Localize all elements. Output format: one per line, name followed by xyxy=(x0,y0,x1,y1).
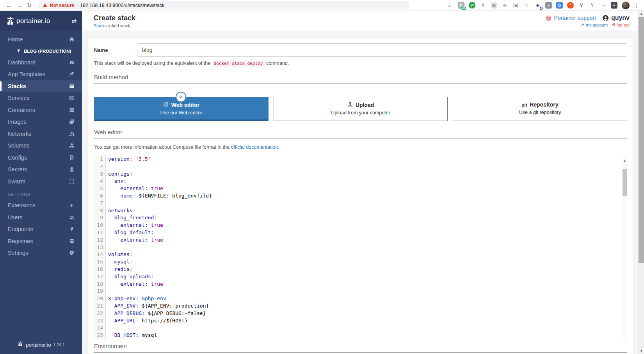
page-scrollbar-up-arrow[interactable]: ▲ xyxy=(639,12,644,16)
header-user-area: Portainer support quynv my account log o… xyxy=(546,14,630,27)
sidebar-item-swarm[interactable]: Swarm xyxy=(0,176,82,188)
ext-camera-icon[interactable]: ● xyxy=(545,2,552,9)
sidebar-item-stacks[interactable]: Stacks xyxy=(0,80,82,93)
browser-back-icon[interactable]: ← xyxy=(4,2,14,9)
sidebar-header: portainer.io ⇄ xyxy=(0,11,82,31)
editor-line: 22 APP_DEBUG: ${APP_DEBUG:-false} xyxy=(94,310,627,317)
editor-scrollbar-thumb[interactable] xyxy=(623,169,627,196)
editor-line: 11 blog_default: xyxy=(94,229,627,237)
editor-line-number: 2 xyxy=(94,163,106,171)
browser-reload-icon[interactable]: ↻ xyxy=(24,2,34,9)
page-scrollbar-thumb[interactable] xyxy=(639,17,644,263)
deploy-hint-text: This stack will be deployed using the eq… xyxy=(94,60,627,66)
sidebar-item-extensions[interactable]: Extensions xyxy=(0,199,82,212)
my-account-link[interactable]: my account xyxy=(581,23,608,27)
ext-target-icon[interactable]: ◎ xyxy=(502,2,508,9)
ext-org-chart-red-icon[interactable]: ∴ xyxy=(523,2,530,9)
editor-line: 1version: '3.5' xyxy=(94,156,627,163)
sidebar-endpoint-label: BLOG (PRODUCTION) xyxy=(0,46,82,57)
log-out-link[interactable]: log out xyxy=(612,23,630,27)
editor-scrollbar-up-arrow[interactable]: ▲ xyxy=(622,156,627,165)
editor-line-number: 6 xyxy=(94,192,106,200)
ext-v-dark-icon[interactable]: V xyxy=(578,2,585,9)
bookmark-star-icon[interactable]: ☆ xyxy=(447,2,452,9)
editor-line: 21 APP_ENV: ${APP_ENV:-production} xyxy=(94,302,627,310)
ext-green-circle-icon[interactable]: ⇄ xyxy=(469,2,475,9)
breadcrumb-current: > Add stack xyxy=(108,23,130,28)
page-scrollbar-down-arrow[interactable]: ▼ xyxy=(639,349,644,353)
compose-editor[interactable]: 1version: '3.5'23configs:4 env:5 externa… xyxy=(94,155,627,339)
build-method-repository[interactable]: gitRepositoryUse a git repository xyxy=(453,97,627,121)
sidebar-item-endpoints[interactable]: Endpoints xyxy=(0,223,82,235)
official-documentation-link[interactable]: official documentation xyxy=(231,144,278,150)
ext-purple-stack-icon[interactable]: ◆4 xyxy=(534,2,541,9)
ext-puzzle-icon[interactable]: + xyxy=(611,2,617,9)
sidebar-item-label: Extensions xyxy=(8,202,36,208)
life-ring-icon xyxy=(546,15,551,21)
editor-line: 6 name: ${ENVFILE:-blog_envfile} xyxy=(94,192,627,200)
home-icon xyxy=(69,37,75,42)
portainer-support-link[interactable]: Portainer support xyxy=(554,15,596,21)
sidebar-item-label: Images xyxy=(8,119,27,125)
address-bar[interactable]: Not secure 192.168.19.43:9000/#/stacks/n… xyxy=(38,1,410,9)
ext-v-gray-icon[interactable]: V xyxy=(480,2,486,9)
ext-grid-icon[interactable]: ▦ xyxy=(491,2,497,9)
sidebar-settings-header: SETTINGS xyxy=(0,187,82,199)
sidebar-item-volumes[interactable]: Volumes xyxy=(0,140,82,152)
editor-line: 5 external: true xyxy=(94,185,627,192)
ext-password-manager-icon[interactable]: Pon xyxy=(458,2,464,9)
sidebar-item-label: Registries xyxy=(8,238,33,244)
browser-chrome: ← → ↻ Not secure 192.168.19.43:9000/#/st… xyxy=(0,0,644,11)
ext-brackets-icon[interactable]: (■) xyxy=(512,2,519,9)
editor-scrollbar[interactable]: ▲ xyxy=(622,156,627,339)
browser-menu-icon[interactable]: ⋮ xyxy=(634,2,639,9)
sidebar-item-networks[interactable]: Networks xyxy=(0,128,82,140)
sidebar-item-services[interactable]: Services xyxy=(0,92,82,104)
ext-link-icon[interactable]: ∞ xyxy=(600,2,607,9)
not-secure-label: Not secure xyxy=(50,3,74,8)
sidebar-toggle-icon[interactable]: ⇄ xyxy=(71,18,76,25)
browser-profile-avatar[interactable] xyxy=(622,2,630,9)
create-stack-form-card: Name This stack will be deployed using t… xyxy=(88,37,633,354)
sidebar-item-label: Dashboard xyxy=(8,59,36,66)
ext-orange-circle-icon[interactable]: * xyxy=(567,2,574,9)
bolt-icon xyxy=(69,203,75,208)
stack-name-input[interactable] xyxy=(137,43,627,57)
editor-line: 9 blog_frontend: xyxy=(94,214,627,222)
page-scrollbar[interactable]: ▲ ▼ xyxy=(638,11,644,354)
browser-extensions-row: Pon⇄V▦◎(■)∴◆4●G*VV∞+ xyxy=(458,2,617,9)
breadcrumb-stacks-link[interactable]: Stacks xyxy=(94,23,107,28)
build-method-upload[interactable]: UploadUpload from your computer xyxy=(274,97,448,121)
sidebar-item-label: Services xyxy=(8,95,30,101)
editor-line: 24 xyxy=(94,324,627,332)
ext-translate-icon[interactable]: G xyxy=(556,2,563,9)
sidebar-item-label: Containers xyxy=(8,107,35,113)
sidebar-item-app-templates[interactable]: App Templates xyxy=(0,68,82,80)
sidebar-item-configs[interactable]: Configs xyxy=(0,152,82,164)
sidebar-footer[interactable]: portainer.io 1.24.1 xyxy=(0,341,82,349)
portainer-logo-text[interactable]: portainer.io xyxy=(16,17,50,25)
browser-forward-icon[interactable]: → xyxy=(14,2,24,9)
editor-line: 16 redis: xyxy=(94,266,627,273)
sidebar-item-settings[interactable]: Settings xyxy=(0,247,82,259)
sidebar-item-label: Users xyxy=(8,214,23,221)
sidebar-item-containers[interactable]: Containers xyxy=(0,104,82,116)
editor-line: 15 mysql: xyxy=(94,258,627,266)
editor-line: 25 DB_HOST: mysql xyxy=(94,332,627,339)
ext-v-light-icon[interactable]: V xyxy=(589,2,596,9)
editor-line-number: 16 xyxy=(94,266,106,273)
editor-line-number: 23 xyxy=(94,317,106,325)
sidebar-item-home[interactable]: Home xyxy=(0,34,82,46)
editor-line-number: 3 xyxy=(94,171,106,178)
sidebar-item-label: Stacks xyxy=(8,83,26,89)
name-label: Name xyxy=(94,43,137,57)
editor-line-number: 9 xyxy=(94,214,106,222)
sidebar-item-users[interactable]: Users xyxy=(0,212,82,224)
sidebar-item-registries[interactable]: Registries xyxy=(0,235,82,247)
build-method-web-editor[interactable]: Web editorUse our Web editor xyxy=(94,97,269,121)
sidebar-item-secrets[interactable]: Secrets xyxy=(0,164,82,176)
sidebar-item-images[interactable]: Images xyxy=(0,116,82,128)
sidebar-item-dashboard[interactable]: Dashboard xyxy=(0,57,82,69)
username[interactable]: quynv xyxy=(611,14,630,21)
address-bar-divider xyxy=(77,3,77,8)
